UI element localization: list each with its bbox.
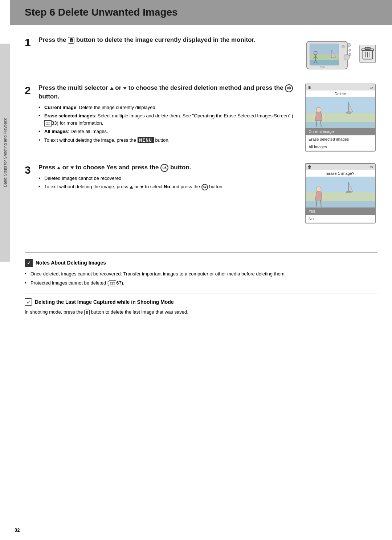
page-number: 32 [15, 527, 20, 533]
delete-menu-items: Current image Erase selected images All … [306, 128, 375, 151]
bullet-all-images: All images: Delete all images. [38, 128, 298, 135]
trash-header-icon: 🗑 [308, 85, 311, 89]
camera-svg: Nikon [305, 36, 354, 72]
step-2-number: 2 [25, 84, 38, 97]
bullet-all-images-label: All images [44, 129, 68, 134]
delete-screen-mockup: 🗑 ▭ Delete [305, 84, 376, 152]
svg-line-31 [322, 114, 324, 119]
screen-header: 🗑 ▭ [306, 84, 375, 90]
step-1-number: 1 [25, 36, 38, 49]
svg-line-39 [322, 194, 324, 198]
arrow-down-icon-small [140, 186, 144, 189]
person-icon [313, 106, 325, 128]
battery-icon-2: ▭ [369, 165, 373, 169]
notes-section: ✓ Notes About Deleting Images Once delet… [25, 253, 377, 286]
screen-preview-image [306, 97, 375, 128]
pencil-icon: ✓ [25, 298, 32, 306]
step-1-text: Press the 🗑 button to delete the image c… [38, 36, 298, 47]
erase-menu-items: Yes No [306, 207, 375, 223]
step-3-number: 3 [25, 163, 38, 176]
main-content: 1 Press the 🗑 button to delete the image… [10, 25, 392, 330]
step-3-text: Press or to choose Yes and press the ok … [38, 163, 298, 192]
arrow-up-icon [110, 87, 114, 90]
ok-button-icon: ok [285, 84, 293, 92]
sailboat-icon [343, 100, 354, 115]
erase-screen-mockup: 🗑 ▭ Erase 1 image? [305, 163, 376, 223]
svg-line-38 [313, 194, 315, 198]
screen-delete-label: Delete [306, 90, 375, 97]
screen-preview-image-2 [306, 177, 375, 207]
bullet-erase-selected: Erase selected images: Select multiple i… [38, 112, 298, 126]
step-2-bullets: Current image: Delete the image currentl… [38, 104, 298, 144]
step-1-title: Press the 🗑 button to delete the image c… [38, 36, 298, 44]
step-3-image: 🗑 ▭ Erase 1 image? [305, 163, 377, 223]
bullet-no-recover: Deleted images cannot be recovered. [38, 175, 298, 182]
svg-line-30 [313, 114, 315, 119]
step-1-image: Nikon [305, 36, 377, 72]
step-2-text: Press the multi selector or to choose th… [38, 84, 298, 145]
sailboat-icon-2 [343, 180, 354, 194]
arrow-up-icon-step3 [57, 166, 61, 169]
note2-section: ✓ Deleting the Last Image Captured while… [25, 294, 377, 316]
sidebar: Basic Steps for Shooting and Playback [0, 44, 10, 262]
step-1-row: 1 Press the 🗑 button to delete the image… [25, 36, 377, 72]
svg-text:Nikon: Nikon [320, 66, 325, 68]
sidebar-label: Basic Steps for Shooting and Playback [3, 118, 7, 187]
svg-point-16 [349, 53, 351, 56]
svg-line-40 [316, 200, 317, 207]
svg-point-13 [342, 45, 344, 48]
notes-container: ✓ Notes About Deleting Images Once delet… [25, 253, 377, 316]
svg-point-37 [316, 187, 321, 192]
notes-icon: ✓ [25, 259, 33, 267]
bullet-erase-selected-label: Erase selected images [44, 113, 95, 118]
svg-marker-35 [349, 183, 353, 192]
svg-marker-27 [349, 103, 353, 112]
note-item-2: Protected images cannot be deleted (□□67… [25, 279, 377, 287]
arrow-up-icon-small [130, 186, 133, 189]
note-item-1: Once deleted, images cannot be recovered… [25, 270, 377, 278]
bullet-current-image: Current image: Delete the image currentl… [38, 104, 298, 111]
step-2-row: 2 Press the multi selector or to choose … [25, 84, 377, 152]
note2-title: Deleting the Last Image Captured while i… [35, 299, 174, 305]
page-header: Step 6 Delete Unwanted Images [10, 0, 392, 25]
person-icon-2 [313, 186, 325, 207]
svg-point-15 [349, 49, 351, 51]
arrow-down-icon [123, 87, 127, 90]
menu-badge: MENU [138, 137, 154, 143]
menu-current-image: Current image [306, 128, 375, 136]
step-3-row: 3 Press or to choose Yes and press the o… [25, 163, 377, 223]
trash-icon-small: 🗑 [84, 310, 90, 315]
note2-header: ✓ Deleting the Last Image Captured while… [25, 298, 377, 306]
svg-point-29 [316, 107, 321, 112]
svg-rect-28 [346, 112, 351, 113]
svg-point-14 [347, 43, 351, 47]
menu-erase-selected: Erase selected images [306, 136, 375, 143]
ref-67: □□ [109, 280, 116, 286]
battery-icon: ▭ [369, 85, 373, 89]
svg-line-32 [316, 121, 317, 127]
note2-body: In shooting mode, press the 🗑 button to … [25, 309, 377, 316]
svg-rect-2 [310, 44, 339, 54]
svg-rect-36 [346, 192, 351, 193]
step-2-title: Press the multi selector or to choose th… [38, 84, 298, 101]
page-title: Step 6 Delete Unwanted Images [25, 7, 377, 18]
erase-screen-header: 🗑 ▭ [306, 164, 375, 170]
bullet-exit-menu: To exit without deleting the image, pres… [38, 137, 298, 144]
bullet-current-image-label: Current image [44, 105, 76, 110]
svg-point-17 [344, 55, 350, 60]
step-3-title: Press or to choose Yes and press the ok … [38, 163, 298, 172]
camera-illustration: Nikon [305, 36, 377, 72]
notes-title: Notes About Deleting Images [36, 260, 106, 266]
menu-yes: Yes [306, 207, 375, 215]
svg-line-41 [320, 200, 321, 207]
step-2-image: 🗑 ▭ Delete [305, 84, 377, 152]
trash-header-icon-2: 🗑 [308, 165, 311, 169]
notes-header: ✓ Notes About Deleting Images [25, 259, 377, 267]
svg-line-33 [320, 121, 321, 127]
trash-icon: 🗑 [68, 37, 74, 44]
menu-all-images: All images [306, 143, 375, 151]
ref-33: □□ [44, 120, 52, 126]
arrow-down-icon-step3 [70, 166, 74, 169]
ok-button-small: ok [201, 184, 208, 190]
menu-no: No [306, 215, 375, 223]
